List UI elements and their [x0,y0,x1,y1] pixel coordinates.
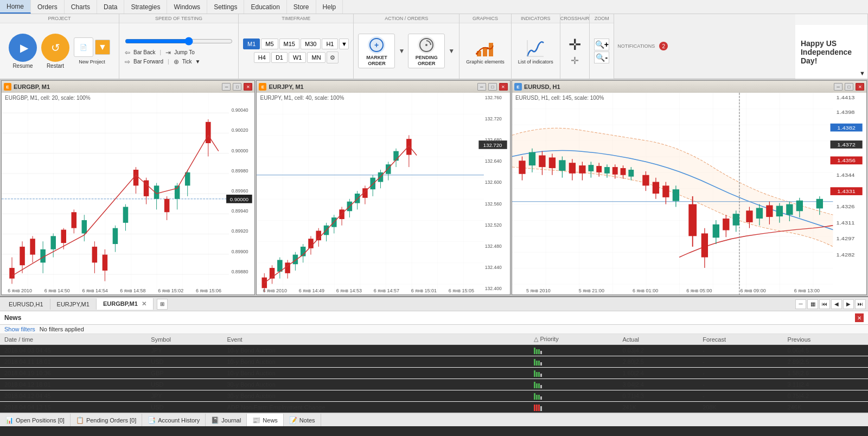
chart-eurjpy-minimize[interactable]: ─ [477,83,486,91]
tf-h1[interactable]: H1 [322,39,338,49]
chart-eurgbp-info: EURGBP, M1, cell: 20, scale: 100% [5,95,91,101]
zoom-in-button[interactable]: 🔍+ [594,39,609,50]
chart-nav-prev-prev[interactable]: ⏮ [819,299,830,309]
bar-forward-label[interactable]: Bar Forward [133,59,163,65]
svg-rect-90 [316,231,322,241]
market-order-button[interactable]: + MARKET ORDER [358,34,395,68]
zoom-out-button[interactable]: 🔍- [594,52,609,63]
tf-dropdown[interactable]: ▼ [339,39,349,49]
svg-text:132.440: 132.440 [485,265,502,270]
restart-button[interactable]: ↺ [41,34,69,62]
speed-slider-container [125,37,233,47]
chart-tab-eurusd[interactable]: EURUSD,H1 [2,299,50,310]
chart-tab-eurgbp[interactable]: EURGBP,M1 ✕ [97,298,154,310]
svg-rect-141 [579,165,585,174]
tf-d1[interactable]: D1 [271,52,288,63]
news-priority [529,368,618,379]
menu-strategies[interactable]: Strategies [124,0,167,14]
new-project-button[interactable]: 📄 [74,37,93,57]
chart-eurjpy-close[interactable]: ✕ [499,83,508,91]
tf-m15[interactable]: M15 [279,39,299,49]
chart-eurjpy-maximize[interactable]: □ [488,83,497,91]
svg-rect-145 [596,166,602,172]
news-close-button[interactable]: ✕ [855,313,864,322]
svg-rect-179 [776,206,783,217]
show-filters-link[interactable]: Show filters [4,326,35,332]
news-table: Date / time Symbol Event △ Priority Actu… [0,334,868,413]
tf-w1[interactable]: W1 [289,52,307,63]
menu-data[interactable]: Data [97,0,124,14]
notifications-collapse-button[interactable]: ▼ [857,25,867,79]
chart-eurusd-minimize[interactable]: ─ [834,83,843,91]
chart-eurusd-close[interactable]: ✕ [856,83,864,91]
project-label: PROJECT [0,14,119,23]
pending-order-button[interactable]: PENDING ORDER [408,34,445,68]
tab-account-history[interactable]: 📑 Account History [142,414,206,426]
chart-eurgbp-close[interactable]: ✕ [244,83,252,91]
news-table-row[interactable]: 2018.04.04 13:15 USD ADP Non-Farm Employ… [0,402,868,413]
chart-nav-next[interactable]: ▶ [843,299,854,309]
news-table-row[interactable]: 2018.04.12 18:01 USD 30-y Bond Auction 3… [0,379,868,390]
bar-back-row: ⇦ Bar Back | ⇥ Jump To [125,49,233,56]
news-table-row[interactable]: 2018.04.19 10:36 GBP 10-y Bond Auction 1… [0,368,868,379]
tf-settings-button[interactable]: ⚙ [327,52,339,63]
resume-button[interactable]: ▶ [9,34,37,62]
chart-tab-eurjpy[interactable]: EURJPY,M1 [50,299,97,310]
tf-h4[interactable]: H4 [254,52,270,63]
chart-nav-minus[interactable]: ─ [795,299,806,309]
pending-orders-icon: 📋 [76,416,84,424]
svg-rect-171 [733,214,739,226]
chart-eurgbp-icon: E [4,83,11,91]
tab-open-positions[interactable]: 📊 Open Positions [0] [0,414,71,426]
speed-slider[interactable] [125,37,233,46]
tf-m5[interactable]: M5 [261,39,278,49]
chart-nav-next-next[interactable]: ⏭ [855,299,866,309]
tf-m30[interactable]: M30 [301,39,321,49]
tab-news[interactable]: 📰 News [247,414,284,426]
menu-home[interactable]: Home [0,0,31,14]
tf-m1[interactable]: M1 [243,39,260,49]
svg-text:1.4311: 1.4311 [837,220,855,226]
news-empty [507,390,530,402]
svg-text:132.600: 132.600 [485,179,502,185]
svg-rect-149 [612,167,618,175]
menu-store[interactable]: Store [287,0,316,14]
zoom-controls: 🔍+ 🔍- [594,39,609,63]
chart-tab-expand-button[interactable]: ⊞ [157,299,168,310]
graphic-elements-button[interactable]: Graphic elements [464,35,507,67]
jump-to-label[interactable]: Jump To [174,49,195,55]
notes-icon: 📝 [289,416,297,424]
pending-dropdown-icon[interactable]: ▼ [448,47,455,55]
news-table-row[interactable]: 2018.04.12 04:45 JPY 30-y Bond Auction 0… [0,390,868,402]
tab-notes[interactable]: 📝 Notes [284,414,321,426]
chart-eurgbp-maximize[interactable]: □ [233,83,241,91]
chart-nav-grid[interactable]: ▦ [807,299,818,309]
col-datetime: Date / time [0,334,146,345]
tab-pending-orders[interactable]: 📋 Pending Orders [0] [71,414,142,426]
crosshair-plus-small-icon[interactable]: ✛ [571,55,579,67]
folder-button[interactable]: ▼ [95,40,110,55]
menu-help[interactable]: Help [316,0,343,14]
chart-tab-eurgbp-close[interactable]: ✕ [142,300,146,307]
news-table-row[interactable]: 2018.04.11 18:01 USD 10-y Bond Auction 2… [0,356,868,368]
chart-eurgbp-minimize[interactable]: ─ [222,83,231,91]
tab-journal[interactable]: 📓 Journal [206,414,247,426]
bar-forward-row: ⇨ Bar Forward | ⊕ Tick ▼ [125,58,233,66]
chart-eurjpy-info: EURJPY, M1, cell: 40, scale: 100% [260,95,344,101]
bar-back-label[interactable]: Bar Back [133,49,156,55]
tick-label[interactable]: Tick [182,59,192,65]
menu-windows[interactable]: Windows [167,0,207,14]
menu-education[interactable]: Education [244,0,286,14]
news-table-row[interactable]: 2018.04.03 04:45 JPY 10-y Bond Auction 0… [0,345,868,356]
orders-dropdown-icon[interactable]: ▼ [398,47,405,55]
tick-dropdown-icon[interactable]: ▼ [195,59,201,65]
svg-text:132.480: 132.480 [485,243,502,249]
menu-charts[interactable]: Charts [65,0,97,14]
chart-eurusd-maximize[interactable]: □ [845,83,853,91]
menu-orders[interactable]: Orders [31,0,65,14]
tf-mn[interactable]: MN [307,52,325,63]
chart-nav-prev[interactable]: ◀ [831,299,842,309]
menu-settings[interactable]: Settings [207,0,244,14]
crosshair-plus-icon[interactable]: ✛ [569,36,581,54]
list-of-indicators-button[interactable]: List of indicators [516,35,556,67]
